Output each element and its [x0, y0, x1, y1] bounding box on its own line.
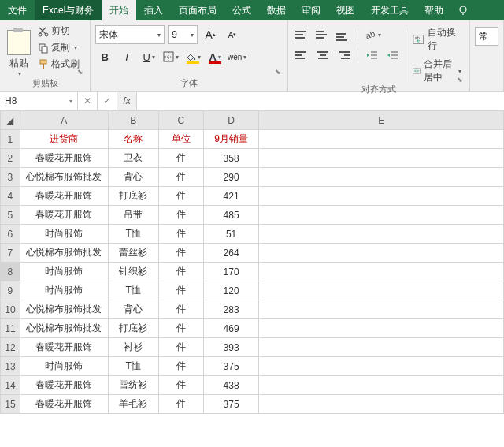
- cell[interactable]: 件: [158, 357, 203, 376]
- align-top-button[interactable]: [293, 25, 312, 44]
- cell[interactable]: [259, 263, 504, 281]
- clipboard-dialog-launcher[interactable]: ⬊: [5, 68, 85, 77]
- cell[interactable]: 打底衫: [108, 319, 158, 338]
- cell[interactable]: 进货商: [20, 130, 108, 149]
- decrease-font-button[interactable]: A▾: [223, 25, 242, 44]
- formula-input[interactable]: [137, 92, 504, 110]
- row-header[interactable]: 14: [1, 376, 20, 395]
- row-header[interactable]: 10: [1, 300, 20, 319]
- align-center-button[interactable]: [313, 46, 332, 65]
- cell[interactable]: 蕾丝衫: [108, 244, 158, 263]
- cell[interactable]: 衬衫: [108, 338, 158, 357]
- cell[interactable]: 羊毛衫: [108, 395, 158, 414]
- row-header[interactable]: 1: [1, 130, 20, 149]
- row-header[interactable]: 3: [1, 168, 20, 187]
- row-header[interactable]: 15: [1, 395, 20, 414]
- row-header[interactable]: 6: [1, 225, 20, 244]
- cell[interactable]: 469: [203, 319, 258, 338]
- cell[interactable]: 件: [158, 395, 203, 414]
- name-box[interactable]: H8 ▾: [0, 92, 78, 110]
- cell[interactable]: [259, 281, 504, 300]
- cell[interactable]: 春暖花开服饰: [20, 338, 108, 357]
- fill-color-button[interactable]: ▾: [183, 47, 202, 66]
- cell[interactable]: 心悦棉布服饰批发: [20, 300, 108, 319]
- cell[interactable]: 438: [203, 376, 258, 395]
- cell[interactable]: 358: [203, 149, 258, 168]
- cell[interactable]: 春暖花开服饰: [20, 395, 108, 414]
- cell[interactable]: [259, 149, 504, 168]
- cancel-formula-button[interactable]: ✕: [78, 92, 98, 110]
- cell[interactable]: 件: [158, 244, 203, 263]
- tab-view[interactable]: 视图: [328, 0, 363, 20]
- select-all-corner[interactable]: ◢: [1, 111, 20, 130]
- tell-me-icon[interactable]: [451, 0, 475, 20]
- cell[interactable]: 件: [158, 149, 203, 168]
- cell[interactable]: 283: [203, 300, 258, 319]
- tab-file[interactable]: 文件: [0, 0, 35, 20]
- increase-font-button[interactable]: A▴: [201, 25, 220, 44]
- cell[interactable]: 485: [203, 206, 258, 225]
- cell[interactable]: 393: [203, 338, 258, 357]
- cell[interactable]: T恤: [108, 357, 158, 376]
- col-header-D[interactable]: D: [203, 111, 258, 130]
- align-bottom-button[interactable]: [334, 25, 353, 44]
- cell[interactable]: 件: [158, 206, 203, 225]
- align-middle-button[interactable]: [313, 25, 332, 44]
- cell[interactable]: 件: [158, 263, 203, 281]
- cell[interactable]: 件: [158, 168, 203, 187]
- enter-formula-button[interactable]: ✓: [98, 92, 117, 110]
- cell[interactable]: 时尚服饰: [20, 281, 108, 300]
- cell[interactable]: 290: [203, 168, 258, 187]
- underline-button[interactable]: U▾: [139, 47, 158, 66]
- cell[interactable]: T恤: [108, 281, 158, 300]
- cell[interactable]: 件: [158, 281, 203, 300]
- tab-formula[interactable]: 公式: [224, 0, 259, 20]
- row-header[interactable]: 4: [1, 187, 20, 206]
- cell[interactable]: [259, 376, 504, 395]
- cell[interactable]: [259, 319, 504, 338]
- cell[interactable]: 春暖花开服饰: [20, 376, 108, 395]
- font-dialog-launcher[interactable]: ⬊: [95, 68, 283, 77]
- bold-button[interactable]: B: [95, 47, 114, 66]
- cell[interactable]: 件: [158, 338, 203, 357]
- align-left-button[interactable]: [293, 46, 312, 65]
- cell[interactable]: 件: [158, 187, 203, 206]
- cell[interactable]: 170: [203, 263, 258, 281]
- border-button[interactable]: ▾: [161, 47, 180, 66]
- row-header[interactable]: 8: [1, 263, 20, 281]
- cell[interactable]: 心悦棉布服饰批发: [20, 244, 108, 263]
- col-header-E[interactable]: E: [259, 111, 504, 130]
- cell[interactable]: 心悦棉布服饰批发: [20, 168, 108, 187]
- wrap-text-button[interactable]: ab 自动换行: [410, 25, 465, 54]
- orientation-button[interactable]: ab▾: [363, 25, 382, 44]
- cell[interactable]: 春暖花开服饰: [20, 187, 108, 206]
- tab-page-layout[interactable]: 页面布局: [171, 0, 224, 20]
- paste-icon[interactable]: [7, 30, 31, 55]
- cell[interactable]: 针织衫: [108, 263, 158, 281]
- tab-review[interactable]: 审阅: [294, 0, 328, 20]
- row-header[interactable]: 9: [1, 281, 20, 300]
- cell[interactable]: 件: [158, 300, 203, 319]
- cell[interactable]: 件: [158, 376, 203, 395]
- font-name-combo[interactable]: 宋体▾: [95, 25, 165, 44]
- cell[interactable]: [259, 395, 504, 414]
- cell[interactable]: [259, 187, 504, 206]
- worksheet[interactable]: ◢ A B C D E 1进货商名称单位9月销量2春暖花开服饰卫衣件3583心悦…: [0, 110, 504, 414]
- cell[interactable]: [259, 357, 504, 376]
- cell[interactable]: 时尚服饰: [20, 225, 108, 244]
- cell[interactable]: 9月销量: [203, 130, 258, 149]
- cell[interactable]: 时尚服饰: [20, 357, 108, 376]
- row-header[interactable]: 12: [1, 338, 20, 357]
- tab-insert[interactable]: 插入: [136, 0, 171, 20]
- cell[interactable]: 时尚服饰: [20, 263, 108, 281]
- cell[interactable]: 春暖花开服饰: [20, 206, 108, 225]
- font-color-button[interactable]: A▾: [206, 47, 224, 66]
- align-right-button[interactable]: [334, 46, 353, 65]
- cell[interactable]: 421: [203, 187, 258, 206]
- alignment-dialog-launcher[interactable]: ⬊: [293, 76, 465, 84]
- col-header-A[interactable]: A: [20, 111, 108, 130]
- cell[interactable]: 51: [203, 225, 258, 244]
- cell[interactable]: [259, 206, 504, 225]
- cell[interactable]: 背心: [108, 300, 158, 319]
- cell[interactable]: 件: [158, 225, 203, 244]
